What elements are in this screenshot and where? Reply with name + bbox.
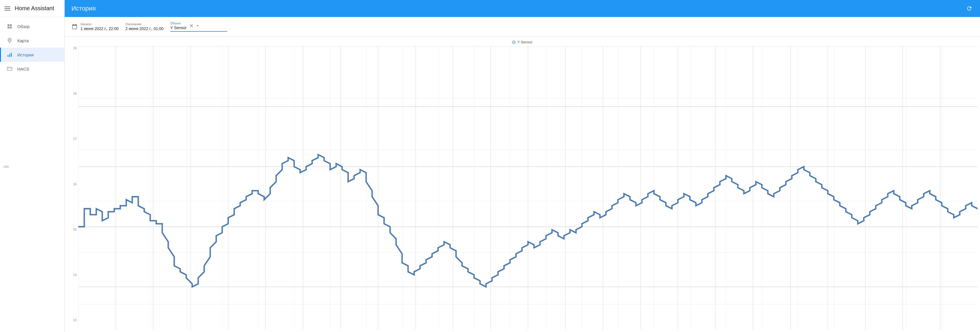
chart-area: Y Sensor 19 18 17 16 15 14 13 — [65, 36, 980, 332]
svg-rect-2 — [8, 27, 10, 28]
sidebar-item-history[interactable]: История — [0, 47, 64, 62]
sidebar-item-overview-label: Обзор — [17, 24, 30, 29]
start-field-group: Начало 1 июня 2022 г., 22:00 — [81, 22, 119, 31]
chart-inner: 22:00 22:06 22:12 22:18 22:24 22:30 22:3… — [78, 46, 978, 330]
y-tick-16: 16 — [73, 182, 76, 186]
end-field: Окончание 2 июня 2022 г., 01:00 — [125, 22, 163, 31]
svg-point-4 — [9, 39, 11, 41]
y-tick-17: 17 — [73, 137, 76, 141]
svg-rect-1 — [10, 24, 12, 26]
menu-icon[interactable] — [5, 6, 10, 11]
topbar: История — [65, 0, 980, 17]
chevron-down-icon[interactable] — [195, 23, 200, 28]
refresh-button[interactable] — [965, 5, 973, 13]
clear-icon[interactable] — [189, 23, 194, 28]
sidebar-item-overview[interactable]: Обзор — [0, 19, 64, 33]
sidebar-item-history-label: История — [17, 52, 34, 57]
main-content: История Начало 1 июня 2022 г., 22:00 Око… — [65, 0, 980, 332]
end-value: 2 июня 2022 г., 01:00 — [125, 26, 163, 31]
object-controls[interactable] — [189, 23, 200, 28]
chart-svg-container — [78, 46, 978, 330]
object-field[interactable]: Объект Y Sensor — [170, 22, 227, 32]
svg-rect-5 — [8, 55, 8, 57]
y-tick-19: 19 — [73, 46, 76, 50]
svg-rect-0 — [8, 24, 10, 26]
end-label: Окончание — [125, 22, 163, 26]
sidebar-header: Home Assistant — [0, 0, 64, 17]
object-value: Y Sensor — [170, 25, 186, 30]
chart-wrapper: 19 18 17 16 15 14 13 — [67, 46, 978, 330]
app-title: Home Assistant — [15, 5, 54, 12]
y-tick-14: 14 — [73, 273, 76, 277]
svg-rect-8 — [7, 67, 12, 71]
filter-bar: Начало 1 июня 2022 г., 22:00 Окончание 2… — [65, 17, 980, 36]
y-tick-13: 13 — [73, 318, 76, 322]
y-tick-18: 18 — [73, 92, 76, 95]
start-value: 1 июня 2022 г., 22:00 — [81, 26, 119, 31]
calendar-icon — [72, 24, 78, 30]
sidebar-item-hacs[interactable]: HACS — [0, 62, 64, 76]
page-title: История — [72, 5, 95, 12]
legend-label: Y Sensor — [517, 40, 532, 44]
sidebar-item-hacs-label: HACS — [17, 66, 29, 71]
chart-legend: Y Sensor — [67, 40, 978, 44]
svg-rect-6 — [9, 54, 10, 57]
history-icon — [6, 52, 13, 58]
y-tick-15: 15 — [73, 228, 76, 231]
start-label: Начало — [81, 22, 119, 26]
sidebar-nav: Обзор Карта История — [0, 17, 64, 78]
overview-icon — [6, 23, 13, 30]
hacs-icon — [6, 66, 13, 72]
chart-svg — [78, 46, 978, 330]
map-icon — [6, 37, 13, 44]
object-label: Объект — [170, 22, 186, 25]
start-field: Начало 1 июня 2022 г., 22:00 — [72, 22, 119, 31]
sidebar-item-map[interactable]: Карта — [0, 33, 64, 47]
sidebar-item-map-label: Карта — [17, 38, 29, 43]
legend-dot — [512, 41, 515, 44]
svg-rect-3 — [10, 27, 12, 28]
svg-rect-7 — [11, 53, 12, 57]
end-field-group: Окончание 2 июня 2022 г., 01:00 — [125, 22, 163, 31]
object-field-group: Объект Y Sensor — [170, 22, 186, 30]
